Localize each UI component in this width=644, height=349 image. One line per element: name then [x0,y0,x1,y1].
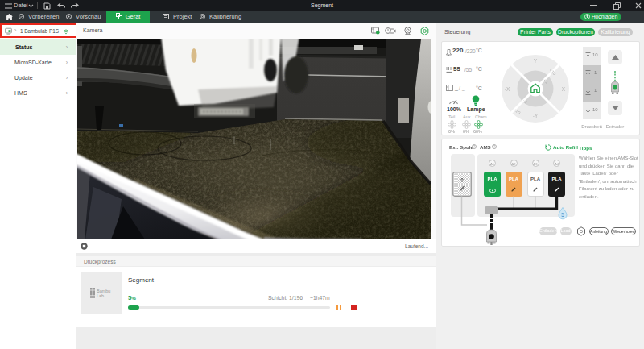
svg-text:X: X [562,86,566,92]
svg-text:5: 5 [561,212,564,218]
svg-text:D: D [580,229,583,234]
svg-text:-X: -X [505,86,510,92]
svg-text:-Y: -Y [533,113,539,118]
svg-text:Bambu: Bambu [97,289,110,293]
svg-text:Y: Y [534,58,538,64]
svg-text:Lab: Lab [97,293,104,298]
